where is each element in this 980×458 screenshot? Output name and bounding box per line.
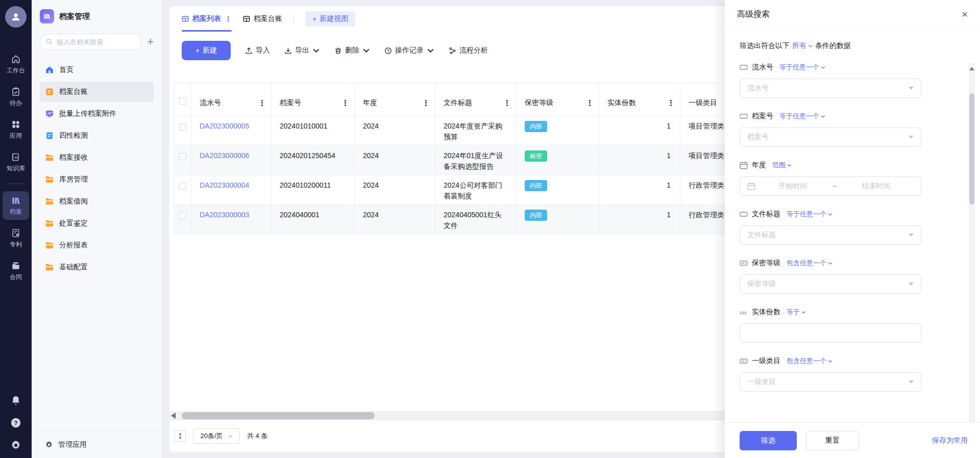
row-checkbox[interactable] <box>179 212 186 219</box>
contract-icon <box>11 261 21 271</box>
user-avatar[interactable] <box>5 6 27 28</box>
title-filter-select[interactable]: 文件标题 <box>740 225 921 245</box>
filter-button[interactable]: 筛选 <box>740 431 797 450</box>
sidebar-item-base-config[interactable]: 基础配置 <box>40 257 154 277</box>
clock-icon <box>384 47 392 55</box>
category-filter-select[interactable]: 一级类目 <box>740 372 921 392</box>
apps-grid-icon <box>11 119 21 130</box>
sidebar-item-quality-check[interactable]: 四性检测 <box>40 125 154 146</box>
row-checkbox[interactable] <box>179 123 186 131</box>
row-checkbox[interactable] <box>179 153 186 160</box>
rail-item-archive[interactable]: 档案 <box>3 191 29 220</box>
rail-item-apps[interactable]: 应用 <box>3 115 29 144</box>
operator-select[interactable]: 等于任意一个 <box>787 210 832 219</box>
start-date-placeholder[interactable]: 开始时间 <box>755 182 830 191</box>
import-icon <box>245 47 253 55</box>
scrollbar-thumb[interactable] <box>969 93 974 205</box>
close-icon[interactable]: × <box>962 9 968 19</box>
manage-apps-button[interactable]: 管理应用 <box>32 430 162 458</box>
operator-select[interactable]: 包含任意一个 <box>787 259 832 268</box>
field-label: 保密等级 <box>752 259 780 268</box>
add-button[interactable]: + <box>147 36 154 47</box>
rail-item-todo[interactable]: 待办 <box>3 83 29 111</box>
todo-icon <box>11 87 21 97</box>
column-menu-icon[interactable]: ⋮ <box>422 100 430 106</box>
help-icon[interactable]: ? <box>10 417 21 428</box>
rail-item-knowledge[interactable]: AI 知识库 <box>3 148 29 176</box>
sidebar-item-disposal[interactable]: 处置鉴定 <box>40 213 154 234</box>
tab-archive-ledger[interactable]: 档案台账 <box>243 6 282 32</box>
rail-item-contract[interactable]: 合同 <box>3 257 29 285</box>
sidebar-item-batch-upload[interactable]: 批量上传档案附件 <box>40 104 154 124</box>
operator-select[interactable]: 包含任意一个 <box>787 357 832 366</box>
scrollbar-thumb[interactable] <box>182 412 375 419</box>
create-label: 新建 <box>203 46 217 55</box>
sidebar-item-ledger[interactable]: 档案台账 <box>40 82 154 102</box>
year-range-picker[interactable]: 开始时间 ~ 结束时间 <box>740 176 921 196</box>
operator-select[interactable]: 范围 <box>772 161 792 170</box>
row-height-button[interactable] <box>175 430 186 442</box>
sidebar-item-warehouse[interactable]: 库房管理 <box>40 169 154 190</box>
operator-select[interactable]: 等于任意一个 <box>779 112 825 121</box>
sidebar-item-home[interactable]: 首页 <box>40 60 154 80</box>
serial-filter-select[interactable]: 流水号 <box>740 79 921 98</box>
serial-link[interactable]: DA2023000005 <box>200 122 249 130</box>
field-label: 实体份数 <box>752 308 780 317</box>
chevron-down-icon <box>787 163 792 168</box>
end-date-placeholder[interactable]: 结束时间 <box>839 182 914 191</box>
flow-analysis-button[interactable]: 流程分析 <box>449 46 488 55</box>
intro-suffix: 条件的数据 <box>815 41 851 50</box>
scroll-up-icon[interactable] <box>969 67 974 70</box>
sidebar-item-receive[interactable]: 档案接收 <box>40 147 154 168</box>
column-menu-icon[interactable]: ⋮ <box>341 100 349 106</box>
new-view-button[interactable]: + 新建视图 <box>305 11 355 27</box>
export-button[interactable]: 导出 <box>284 46 320 55</box>
year-cell: 2024 <box>355 205 435 234</box>
workbench-icon <box>11 54 21 64</box>
folder-icon <box>45 219 54 228</box>
panel-header: 高级搜索 × <box>725 0 980 29</box>
tab-menu-icon[interactable]: ⋮ <box>225 15 232 23</box>
rail-item-label: 合同 <box>10 273 22 282</box>
rail-item-workbench[interactable]: 工作台 <box>3 50 29 79</box>
security-level-filter-select[interactable]: 保密等级 <box>740 274 921 294</box>
match-mode-select[interactable]: 所有 <box>792 41 813 50</box>
page-size-select[interactable]: 20条/页 <box>193 428 240 444</box>
sidebar-item-borrow[interactable]: 档案借阅 <box>40 191 154 212</box>
settings-gear-icon[interactable] <box>10 440 21 451</box>
column-menu-icon[interactable]: ⋮ <box>503 100 511 106</box>
sidebar-menu: 首页 档案台账 批量上传档案附件 四性检测 档案接收 库房管理 <box>32 56 162 430</box>
field-label: 档案号 <box>752 112 773 121</box>
tab-archive-list[interactable]: 档案列表 ⋮ <box>182 6 232 32</box>
reset-button[interactable]: 重置 <box>806 431 859 450</box>
column-menu-icon[interactable]: ⋮ <box>586 100 594 106</box>
serial-link[interactable]: DA2023000004 <box>200 181 249 189</box>
export-label: 导出 <box>295 46 309 55</box>
serial-link[interactable]: DA2023000003 <box>200 211 249 219</box>
archive-no-filter-select[interactable]: 档案号 <box>740 128 921 147</box>
operator-select[interactable]: 等于 <box>787 308 806 317</box>
sidebar-item-label: 库房管理 <box>59 175 88 184</box>
sidebar-search-input[interactable] <box>40 34 142 50</box>
operator-select[interactable]: 等于任意一个 <box>779 63 825 72</box>
select-all-checkbox[interactable] <box>179 97 186 105</box>
copies-filter-input[interactable] <box>740 323 921 343</box>
input-placeholder: 保密等级 <box>747 279 776 289</box>
rail-item-patent[interactable]: 专利 <box>3 224 29 252</box>
scroll-left-icon[interactable] <box>171 413 176 419</box>
column-menu-icon[interactable]: ⋮ <box>667 100 675 106</box>
operation-log-button[interactable]: 操作记录 <box>384 46 434 55</box>
notifications-bell-icon[interactable] <box>10 395 21 406</box>
delete-button[interactable]: 删除 <box>334 46 370 55</box>
serial-link[interactable]: DA2023000006 <box>200 151 249 160</box>
save-as-common-link[interactable]: 保存为常用 <box>932 436 968 445</box>
panel-scrollbar[interactable] <box>969 63 975 422</box>
import-button[interactable]: 导入 <box>245 46 270 55</box>
row-checkbox[interactable] <box>179 183 186 190</box>
sidebar-item-label: 基础配置 <box>59 263 88 272</box>
create-button[interactable]: + 新建 <box>182 41 231 60</box>
rail-divider <box>7 184 25 184</box>
sidebar-item-reports[interactable]: 分析报表 <box>40 235 154 256</box>
manage-apps-label: 管理应用 <box>58 440 87 449</box>
column-menu-icon[interactable]: ⋮ <box>258 100 266 106</box>
